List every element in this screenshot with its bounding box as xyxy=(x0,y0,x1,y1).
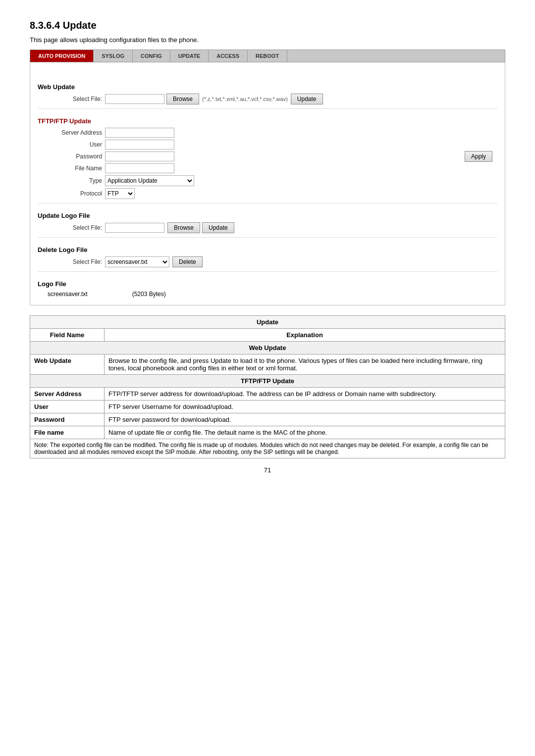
row-explanation: Name of update file or config file. The … xyxy=(105,426,505,439)
server-address-label: Server Address xyxy=(48,129,102,136)
web-update-file-input[interactable] xyxy=(105,94,164,104)
tab-access[interactable]: ACCESS xyxy=(209,50,248,62)
user-label: User xyxy=(48,141,102,148)
file-hint: (*.z,*.txt,*.xml,*.au,*.vcf,*.csv,*.wav) xyxy=(202,96,288,102)
protocol-select[interactable]: FTP xyxy=(105,188,135,199)
logo-filename: screensaver.txt xyxy=(48,291,88,298)
web-update-title: Web Update xyxy=(38,83,497,91)
delete-logo-select-label: Select File: xyxy=(48,258,102,265)
row-field: Server Address xyxy=(30,388,105,401)
apply-button[interactable]: Apply xyxy=(465,151,492,162)
table-row: Server Address FTP/TFTP server address f… xyxy=(30,388,505,401)
web-update-button[interactable]: Update xyxy=(291,94,323,104)
page-heading: 8.3.6.4 Update xyxy=(30,20,505,31)
delete-button[interactable]: Delete xyxy=(172,256,203,267)
password-label: Password xyxy=(48,153,102,160)
server-address-row: Server Address xyxy=(38,128,497,138)
tftp-section-header: TFTP/FTP Update xyxy=(30,375,505,388)
user-input[interactable] xyxy=(105,140,174,150)
tab-config[interactable]: CONFIG xyxy=(133,50,170,62)
password-row: Password Apply xyxy=(38,151,497,161)
type-select[interactable]: Application Update xyxy=(105,175,194,186)
logo-filesize: (5203 Bytes) xyxy=(132,291,166,298)
file-name-input[interactable] xyxy=(105,163,174,173)
table-row: File name Name of update file or config … xyxy=(30,426,505,439)
server-address-input[interactable] xyxy=(105,128,174,138)
row-explanation: FTP server password for download/upload. xyxy=(105,413,505,426)
tab-syslog[interactable]: SYSLOG xyxy=(94,50,133,62)
row-explanation: FTP/TFTP server address for download/upl… xyxy=(105,388,505,401)
password-input[interactable] xyxy=(105,151,174,161)
protocol-row: Protocol FTP xyxy=(38,188,497,199)
update-logo-select-label: Select File: xyxy=(48,224,102,231)
page-number: 71 xyxy=(30,466,505,474)
tab-reboot[interactable]: REBOOT xyxy=(248,50,287,62)
file-name-row: File Name xyxy=(38,163,497,173)
main-form-panel: Web Update Select File: Browse (*.z,*.tx… xyxy=(30,62,505,305)
note-text: Note: The exported config file can be mo… xyxy=(30,439,505,458)
protocol-label: Protocol xyxy=(48,190,102,197)
tab-update[interactable]: UPDATE xyxy=(170,50,209,62)
tftp-update-title: TFTP/FTP Update xyxy=(38,117,497,125)
update-logo-browse-button[interactable]: Browse xyxy=(167,222,200,233)
row-field: Password xyxy=(30,413,105,426)
select-file-label: Select File: xyxy=(48,96,102,102)
update-logo-button[interactable]: Update xyxy=(202,222,234,233)
table-row: Password FTP server password for downloa… xyxy=(30,413,505,426)
web-update-explanation: Browse to the config file, and press Upd… xyxy=(105,354,505,375)
update-logo-row: Select File: Browse Update xyxy=(38,222,497,233)
row-field: User xyxy=(30,401,105,413)
logo-file-row: screensaver.txt (5203 Bytes) xyxy=(48,291,497,298)
file-name-label: File Name xyxy=(48,165,102,172)
delete-logo-row: Select File: screensaver.txt Delete xyxy=(38,256,497,267)
type-row: Type Application Update xyxy=(38,175,497,186)
col1-header: Field Name xyxy=(30,329,105,342)
user-row: User xyxy=(38,140,497,150)
tab-auto-provision[interactable]: AUTO PROVISION xyxy=(30,50,94,62)
web-update-browse-button[interactable]: Browse xyxy=(166,94,199,104)
web-update-field: Web Update xyxy=(30,354,105,375)
type-label: Type xyxy=(48,177,102,184)
update-logo-title: Update Logo File xyxy=(38,212,497,219)
update-logo-file-input[interactable] xyxy=(105,223,164,233)
web-update-section-header: Web Update xyxy=(30,342,505,354)
col2-header: Explanation xyxy=(105,329,505,342)
logo-file-title: Logo File xyxy=(38,280,497,288)
row-field: File name xyxy=(30,426,105,439)
web-update-row: Select File: Browse (*.z,*.txt,*.xml,*.a… xyxy=(38,94,497,104)
row-explanation: FTP server Username for download/upload. xyxy=(105,401,505,413)
note-row: Note: The exported config file can be mo… xyxy=(30,439,505,458)
table-row: User FTP server Username for download/up… xyxy=(30,401,505,413)
info-table: Update Field Name Explanation Web Update… xyxy=(30,315,505,458)
table-title: Update xyxy=(30,316,505,329)
nav-tabs: AUTO PROVISION SYSLOG CONFIG UPDATE ACCE… xyxy=(30,50,505,62)
delete-logo-select[interactable]: screensaver.txt xyxy=(105,256,169,267)
tftp-fields: Server Address User Password Apply File … xyxy=(38,128,497,199)
delete-logo-title: Delete Logo File xyxy=(38,246,497,253)
page-description: This page allows uploading configuration… xyxy=(30,36,505,44)
logo-file-info: screensaver.txt (5203 Bytes) xyxy=(38,291,497,298)
